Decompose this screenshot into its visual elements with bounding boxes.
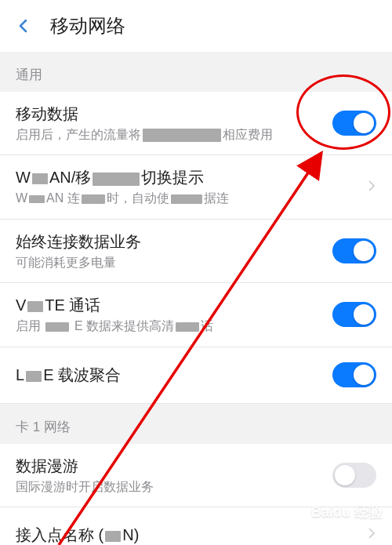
page-title: 移动网络 bbox=[50, 13, 125, 38]
row-desc-mobile-data: 启用后，产生的流量将相应费用 bbox=[16, 126, 332, 144]
row-title-wlan-switch: WAN/移切换提示 bbox=[16, 166, 361, 188]
row-title-always-data: 始终连接数据业务 bbox=[16, 231, 332, 253]
chevron-right-icon bbox=[367, 525, 376, 544]
row-title-apn: 接入点名称 (N) bbox=[16, 524, 361, 545]
row-desc-always-data: 可能消耗更多电量 bbox=[16, 254, 332, 271]
row-mobile-data[interactable]: 移动数据 启用后，产生的流量将相应费用 bbox=[0, 92, 392, 155]
row-volte[interactable]: VTE 通话 启用 E 数据来提供高清话 bbox=[0, 283, 392, 347]
row-title-mobile-data: 移动数据 bbox=[16, 103, 332, 125]
row-desc-wlan-switch: WAN 连时，自动使据连 bbox=[16, 190, 361, 207]
row-wlan-switch[interactable]: WAN/移切换提示 WAN 连时，自动使据连 bbox=[0, 155, 392, 219]
toggle-always-data[interactable] bbox=[332, 238, 376, 263]
section-label-sim1: 卡 1 网络 bbox=[0, 404, 392, 444]
toggle-carrier-agg[interactable] bbox=[332, 362, 376, 387]
row-desc-volte: 启用 E 数据来提供高清话 bbox=[16, 318, 332, 335]
row-title-data-roaming: 数据漫游 bbox=[16, 455, 332, 477]
header-bar: 移动网络 bbox=[0, 0, 392, 52]
section-label-general: 通用 bbox=[0, 52, 392, 92]
row-data-roaming[interactable]: 数据漫游 国际漫游时开启数据业务 bbox=[0, 444, 392, 507]
row-always-data[interactable]: 始终连接数据业务 可能消耗更多电量 bbox=[0, 220, 392, 283]
row-title-volte: VTE 通话 bbox=[16, 294, 332, 316]
row-carrier-agg[interactable]: LE 载波聚合 bbox=[0, 347, 392, 404]
toggle-data-roaming[interactable] bbox=[332, 463, 376, 488]
back-button[interactable] bbox=[13, 15, 34, 37]
toggle-mobile-data[interactable] bbox=[332, 111, 376, 136]
chevron-right-icon bbox=[367, 178, 376, 197]
row-apn[interactable]: 接入点名称 (N) bbox=[0, 507, 392, 545]
toggle-volte[interactable] bbox=[332, 302, 376, 327]
row-title-carrier-agg: LE 载波聚合 bbox=[16, 364, 332, 386]
row-desc-data-roaming: 国际漫游时开启数据业务 bbox=[16, 478, 332, 496]
